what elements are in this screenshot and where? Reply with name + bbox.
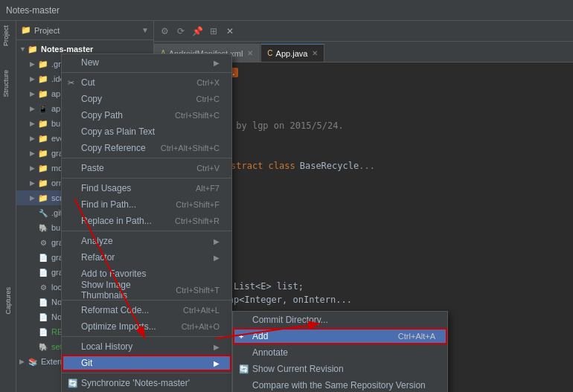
project-side-tab[interactable]: Project — [0, 21, 16, 51]
local-props-icon: ⚙ — [37, 281, 49, 293]
shortcut: Ctrl+Alt+Shift+C — [161, 144, 220, 152]
submenu-arrow: ▶ — [214, 254, 220, 262]
shortcut: Ctrl+Alt+A — [398, 332, 435, 341]
submenu-arrow: ▶ — [214, 59, 220, 67]
code-line — [182, 199, 567, 213]
menu-label: Refactor — [81, 252, 211, 263]
code-line: = 300; — [182, 213, 567, 226]
code-line: protected List<E> list; — [182, 280, 567, 293]
app-folder-icon: 📱 — [37, 103, 49, 115]
folder-icon: 📁 — [37, 118, 49, 129]
menu-label: Copy — [81, 94, 182, 104]
tree-label: Notes-master — [41, 45, 93, 54]
git-compare-same[interactable]: Compare with the Same Repository Version — [233, 377, 447, 392]
menu-label: Find Usages — [81, 183, 181, 193]
tree-arrow: ▶ — [30, 179, 37, 187]
tree-arrow: ▶ — [30, 120, 37, 127]
class-name: BaseRecycle — [300, 159, 359, 173]
menu-item-find-usages[interactable]: Find Usages Alt+F7 — [62, 180, 231, 196]
structure-side-tab[interactable]: Structure — [0, 65, 16, 102]
menu-item-reformat[interactable]: Reformat Code... Ctrl+Alt+L — [62, 302, 231, 318]
git-submenu: Commit Directory... + Add Ctrl+Alt+A Ann… — [232, 311, 448, 392]
menu-label: Paste — [81, 163, 182, 173]
shortcut: Ctrl+Shift+T — [176, 286, 220, 295]
bat-icon: 📄 — [37, 266, 49, 278]
shortcut: Ctrl+C — [196, 94, 220, 103]
git-annotate[interactable]: Annotate — [233, 344, 447, 361]
menu-item-thumbnails[interactable]: Show Image Thumbnails Ctrl+Shift+T — [62, 282, 231, 298]
menu-item-copy-plain[interactable]: Copy as Plain Text — [62, 123, 231, 140]
menu-item-paste[interactable]: Paste Ctrl+V — [62, 160, 231, 176]
menu-item-analyze[interactable]: Analyze ▶ — [62, 233, 231, 249]
menu-item-local-history[interactable]: Local History ▶ — [62, 338, 231, 355]
shortcut: Ctrl+X — [196, 78, 220, 87]
git-show-revision[interactable]: 🔄 Show Current Revision — [233, 361, 447, 377]
shortcut: Ctrl+Alt+O — [182, 322, 220, 331]
gradlew-icon: 📄 — [37, 251, 49, 263]
code-line: public abstract class BaseRecycle ... — [182, 159, 567, 173]
editor-toolbar: ⚙ ⟳ 📌 ⊞ ✕ — [154, 21, 573, 42]
folder-icon: 📁 — [37, 88, 49, 100]
context-menu: New ▶ ✂ Cut Ctrl+X Copy Ctrl+C Copy Path… — [61, 54, 232, 392]
panel-arrow[interactable]: ▼ — [141, 26, 149, 34]
side-tabs: Project Structure Captures — [0, 21, 16, 392]
toolbar-pin-btn[interactable]: 📌 — [190, 24, 205, 39]
toolbar-close-btn[interactable]: ✕ — [223, 24, 237, 39]
toolbar-settings-btn[interactable]: ⚙ — [157, 24, 172, 39]
menu-label: Cut — [81, 77, 182, 88]
tab-close-btn[interactable]: ✕ — [312, 49, 318, 57]
props-icon: ⚙ — [37, 237, 49, 248]
menu-item-refactor[interactable]: Refactor ▶ — [62, 249, 231, 266]
add-icon: + — [239, 332, 252, 341]
menu-label: Add — [252, 331, 383, 341]
code-line — [182, 79, 567, 92]
menu-item-git[interactable]: Git ▶ — [62, 355, 231, 371]
revision-icon: 🔄 — [239, 364, 252, 374]
shortcut: Alt+F7 — [196, 184, 220, 193]
menu-label: Analyze — [81, 236, 211, 246]
tab-app-java[interactable]: C App.java ✕ — [260, 44, 324, 62]
shortcut: Ctrl+Shift+F — [176, 200, 220, 209]
menu-item-new[interactable]: New ▶ — [62, 54, 231, 71]
folder-icon: 📁 — [37, 73, 49, 85]
menu-label: Optimize Imports... — [81, 321, 167, 332]
git-commit-dir[interactable]: Commit Directory... — [233, 312, 447, 328]
captures-side-tab[interactable]: Captures — [2, 284, 14, 318]
tree-arrow: ▶ — [30, 135, 37, 142]
tree-arrow: ▶ — [30, 194, 37, 202]
code-line: */ — [182, 132, 567, 146]
toolbar-expand-btn[interactable]: ⊞ — [206, 24, 221, 39]
iml-icon: 📄 — [37, 296, 49, 308]
code-line: private Map<Integer, onIntern... — [182, 293, 567, 306]
code-line: * Created by lgp on 2015/5/24. — [182, 119, 567, 132]
cut-icon: ✂ — [68, 78, 81, 88]
tree-arrow: ▶ — [19, 358, 27, 365]
code-line — [182, 266, 567, 280]
external-icon: 📚 — [27, 356, 39, 367]
menu-item-copy-ref[interactable]: Copy Reference Ctrl+Alt+Shift+C — [62, 140, 231, 156]
git-add[interactable]: + Add Ctrl+Alt+A — [233, 328, 447, 344]
menu-label: Show Current Revision — [252, 364, 435, 374]
menu-item-find-path[interactable]: Find in Path... Ctrl+Shift+F — [62, 196, 231, 213]
title-bar-text: Notes-master — [6, 5, 60, 16]
menu-item-replace-path[interactable]: Replace in Path... Ctrl+Shift+R — [62, 213, 231, 229]
menu-item-sync[interactable]: 🔄 Synchronize 'Notes-master' — [62, 375, 231, 391]
menu-label: Show Image Thumbnails — [81, 280, 161, 301]
toolbar-sync-btn[interactable]: ⟳ — [173, 24, 188, 39]
menu-label: Synchronize 'Notes-master' — [81, 378, 220, 388]
menu-item-copy-path[interactable]: Copy Path Ctrl+Shift+C — [62, 107, 231, 123]
tab-close-btn[interactable]: ✕ — [247, 49, 253, 57]
folder-icon: 📁 — [37, 132, 49, 144]
shortcut: Ctrl+Shift+C — [175, 111, 220, 120]
menu-label: Git — [81, 358, 211, 368]
menu-item-optimize[interactable]: Optimize Imports... Ctrl+Alt+O — [62, 318, 231, 335]
tree-arrow: ▶ — [30, 60, 37, 68]
menu-item-copy[interactable]: Copy Ctrl+C — [62, 91, 231, 107]
menu-item-cut[interactable]: ✂ Cut Ctrl+X — [62, 74, 231, 91]
project-icon: 📁 — [21, 25, 31, 35]
shortcut: Ctrl+V — [196, 164, 220, 173]
menu-label: Copy as Plain Text — [81, 126, 220, 137]
menu-label: Copy Reference — [81, 143, 146, 153]
tab-label: App.java — [276, 49, 308, 58]
iml2-icon: 📄 — [37, 311, 49, 323]
